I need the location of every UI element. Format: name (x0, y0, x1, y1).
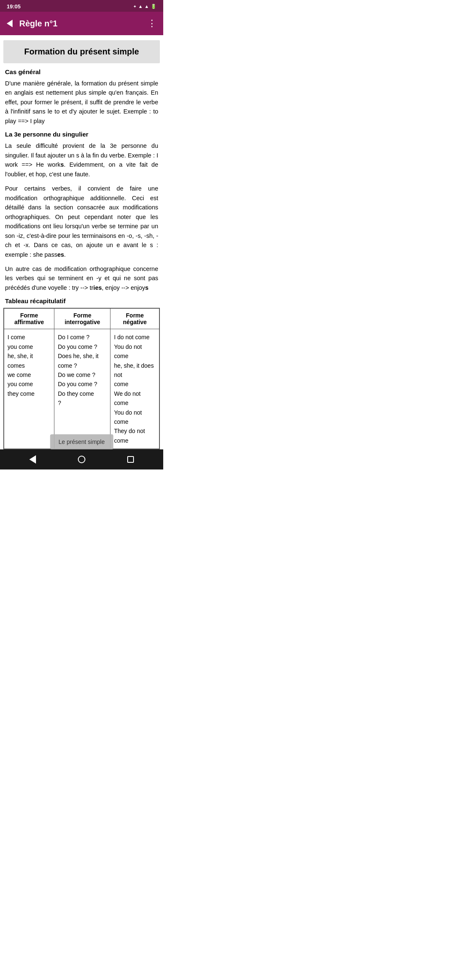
table-header-row: Forme affirmative Forme interrogative Fo… (4, 309, 159, 329)
paragraph-3e-personne-1: La seule difficulté provient de la 3e pe… (5, 141, 158, 179)
cell-affirmative: I comeyou comehe, she, itcomeswe comeyou… (4, 329, 54, 449)
nav-back-icon (29, 455, 36, 464)
header-negative: Forme négative (110, 309, 159, 329)
table-section: Forme affirmative Forme interrogative Fo… (0, 308, 163, 449)
wifi-icon: ▲ (138, 4, 143, 9)
header-affirmative: Forme affirmative (4, 309, 54, 329)
overflow-icon: ⋮ (147, 18, 157, 28)
cell-interrogative: Do I come ?Do you come ?Does he, she, it… (54, 329, 110, 449)
overflow-menu-button[interactable]: ⋮ (144, 15, 160, 32)
paragraph-3e-personne-3: Un autre cas de modification orthographi… (5, 264, 158, 292)
main-content: Formation du présent simple Cas général … (0, 40, 163, 449)
back-button[interactable] (3, 16, 16, 31)
conjugation-table: Forme affirmative Forme interrogative Fo… (3, 308, 160, 449)
nav-recent-icon (127, 456, 134, 463)
back-arrow-icon (7, 20, 13, 27)
status-time: 19:05 (7, 3, 21, 10)
nav-recent-button[interactable] (120, 451, 141, 468)
nav-back-button[interactable] (22, 451, 43, 468)
battery-icon: 🔋 (151, 4, 157, 9)
content-blocks: Cas général D'une manière générale, la f… (0, 68, 163, 304)
paragraph-cas-general: D'une manière générale, la formation du … (5, 79, 158, 126)
notification-dot-icon: ✦ (133, 4, 136, 9)
header-interrogative: Forme interrogative (54, 309, 110, 329)
status-icons: ✦ ▲ ▲ 🔋 (133, 4, 157, 9)
toolbar: Règle n°1 ⋮ (0, 12, 163, 35)
subtitle-tableau: Tableau récapitulatif (5, 297, 158, 304)
nav-bar (0, 449, 163, 469)
section-title-box: Formation du présent simple (3, 40, 160, 63)
toast-message: Le présent simple (50, 434, 113, 449)
status-bar: 19:05 ✦ ▲ ▲ 🔋 (0, 0, 163, 12)
subtitle-cas-general: Cas général (5, 68, 158, 75)
subtitle-3e-personne: La 3e personne du singulier (5, 131, 158, 138)
network-icon: ▲ (144, 4, 149, 9)
section-title: Formation du présent simple (24, 47, 139, 56)
nav-home-button[interactable] (71, 451, 92, 468)
cell-negative: I do not comeYou do not comehe, she, it … (110, 329, 159, 449)
table-row: I comeyou comehe, she, itcomeswe comeyou… (4, 329, 159, 449)
nav-home-icon (78, 456, 85, 463)
toolbar-title: Règle n°1 (16, 19, 144, 28)
paragraph-3e-personne-2: Pour certains verbes, il convient de fai… (5, 184, 158, 259)
table: Forme affirmative Forme interrogative Fo… (4, 308, 159, 449)
